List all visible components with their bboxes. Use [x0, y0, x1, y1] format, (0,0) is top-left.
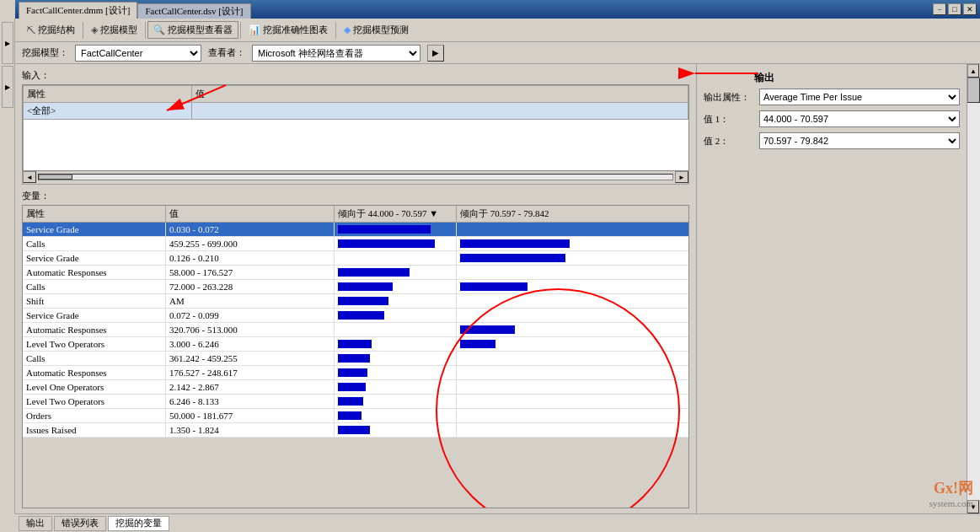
table-row[interactable]: Automatic Responses 320.706 - 513.000 [23, 323, 688, 337]
output-val1-select[interactable]: 44.000 - 70.597 [759, 110, 960, 127]
scroll-left-btn[interactable]: ◄ [23, 171, 36, 183]
table-row[interactable]: Calls 72.000 - 263.228 [23, 280, 688, 294]
row-bar1 [335, 237, 457, 250]
table-row[interactable]: Automatic Responses 176.527 - 248.617 [23, 366, 688, 380]
table-row[interactable]: Service Grade 0.126 - 0.210 [23, 251, 688, 266]
input-row-all[interactable]: <全部> [24, 103, 688, 120]
title-tab-1[interactable]: FactCallCenter.dmm [设计] [19, 2, 137, 19]
row-bar1 [335, 366, 457, 379]
title-bar: FactCallCenter.dmm [设计] FactCallCenter.d… [15, 0, 980, 19]
table-row[interactable]: Calls 459.255 - 699.000 [23, 237, 688, 251]
row-attr: Automatic Responses [23, 323, 166, 336]
output-val1-row: 值 1： 44.000 - 70.597 [704, 110, 960, 127]
left-content: 输入： [15, 64, 697, 513]
title-tab-2[interactable]: FactCallCenter.dsv [设计] [137, 3, 250, 19]
row-val: 72.000 - 263.228 [166, 280, 335, 293]
row-bar2 [457, 366, 688, 379]
row-bar2 [457, 337, 688, 351]
output-val1-label: 值 1： [704, 113, 754, 126]
row-bar1 [335, 380, 457, 394]
minimize-button[interactable]: − [933, 3, 946, 15]
row-bar2 [457, 395, 688, 408]
row-bar1 [335, 266, 457, 279]
row-val: 2.142 - 2.867 [166, 380, 335, 394]
row-attr: Service Grade [23, 251, 166, 265]
row-bar2 [457, 309, 688, 322]
right-vscrollbar[interactable]: ▲ ▼ [967, 64, 980, 513]
table-row[interactable]: Level Two Operators 3.000 - 6.246 [23, 337, 688, 352]
row-val: 0.072 - 0.099 [166, 309, 335, 322]
row-attr: Issues Raised [23, 423, 166, 437]
row-attr: Calls [23, 280, 166, 293]
row-bar2 [457, 323, 688, 336]
row-bar1 [335, 251, 457, 265]
status-tab-errors[interactable]: 错误列表 [54, 516, 106, 531]
output-header: 输出 [704, 71, 960, 85]
row-bar1 [335, 423, 457, 437]
row-bar2 [457, 352, 688, 365]
sidebar-item-1[interactable]: ▶ [2, 22, 13, 64]
scroll-thumb-h[interactable] [39, 175, 72, 180]
row-bar1 [335, 352, 457, 365]
row-bar1 [335, 409, 457, 422]
scroll-track-h[interactable] [38, 174, 673, 180]
row-bar1 [335, 395, 457, 408]
status-tab-variables[interactable]: 挖掘的变量 [108, 516, 169, 531]
model-select[interactable]: FactCallCenter [75, 45, 201, 62]
scroll-track-v[interactable] [967, 78, 980, 500]
row-val: AM [166, 294, 335, 308]
output-title: 输出 [754, 71, 774, 85]
scroll-right-btn[interactable]: ► [675, 171, 688, 183]
toolbar-sep-2 [145, 22, 146, 39]
table-row[interactable]: Calls 361.242 - 459.255 [23, 352, 688, 366]
viewer-extra-btn[interactable]: ▶ [427, 45, 444, 62]
table-row[interactable]: Shift AM [23, 294, 688, 309]
variables-table-header: 属性 值 倾向于 44.000 - 70.597 ▼ 倾向于 70.597 - … [23, 206, 688, 223]
row-val: 50.000 - 181.677 [166, 409, 335, 422]
input-table-container: 属性 值 <全部> [22, 84, 689, 171]
row-bar2 [457, 380, 688, 394]
viewer-select[interactable]: Microsoft 神经网络查看器 [252, 45, 420, 62]
input-col-val: 值 [192, 86, 688, 103]
output-attr-select[interactable]: Average Time Per Issue [759, 89, 960, 105]
input-title: 输入： [22, 69, 689, 82]
toolbar-btn-chart[interactable]: 📊 挖掘准确性图表 [243, 21, 334, 39]
toolbar-btn-model[interactable]: ◈ 挖掘模型 [85, 21, 143, 39]
toolbar: ⛏ 挖掘结构 ◈ 挖掘模型 🔍 挖掘模型查看器 📊 挖掘准确性图表 ◆ 挖掘模型… [15, 19, 980, 42]
input-hscrollbar[interactable]: ◄ ► [22, 171, 689, 185]
variables-section: 变量： 属性 值 倾向于 44.000 - 70.597 ▼ [15, 185, 696, 514]
status-bar: 输出 错误列表 挖掘的变量 [15, 513, 980, 532]
table-row[interactable]: Automatic Responses 58.000 - 176.527 [23, 266, 688, 280]
output-val2-select[interactable]: 70.597 - 79.842 [759, 132, 960, 149]
maximize-button[interactable]: □ [948, 3, 961, 15]
model-label: 挖掘模型： [22, 46, 68, 59]
watermark: Gx!网 system.com [929, 478, 973, 508]
status-tab-output[interactable]: 输出 [19, 516, 52, 531]
output-attr-label: 输出属性： [704, 91, 754, 104]
table-row[interactable]: Issues Raised 1.350 - 1.824 [23, 423, 688, 438]
scroll-thumb-v[interactable] [967, 78, 980, 103]
toolbar-btn-viewer[interactable]: 🔍 挖掘模型查看器 [147, 21, 238, 39]
right-panel: 输出 [697, 64, 967, 513]
toolbar-btn-predict[interactable]: ◆ 挖掘模型预测 [338, 21, 415, 39]
table-row[interactable]: Level One Operators 2.142 - 2.867 [23, 380, 688, 395]
close-button[interactable]: ✕ [963, 3, 977, 15]
row-bar2 [457, 251, 688, 265]
var-col-attr: 属性 [23, 206, 166, 222]
sidebar-item-2[interactable]: ▶ [2, 66, 13, 108]
scroll-up-btn[interactable]: ▲ [967, 64, 979, 78]
table-row[interactable]: Service Grade 0.072 - 0.099 [23, 309, 688, 323]
toolbar-sep-4 [335, 22, 336, 39]
row-bar2 [457, 223, 688, 236]
row-bar1 [335, 309, 457, 322]
variables-table-body: Service Grade 0.030 - 0.072 Calls 459.25… [23, 223, 688, 508]
var-col-bar1: 倾向于 44.000 - 70.597 ▼ [335, 206, 457, 222]
variables-table-container: 属性 值 倾向于 44.000 - 70.597 ▼ 倾向于 70.597 - … [22, 205, 689, 509]
input-section: 输入： [15, 64, 696, 185]
table-row[interactable]: Level Two Operators 6.246 - 8.133 [23, 395, 688, 409]
table-row[interactable]: Service Grade 0.030 - 0.072 [23, 223, 688, 237]
table-row[interactable]: Orders 50.000 - 181.677 [23, 409, 688, 423]
row-val: 459.255 - 699.000 [166, 237, 335, 250]
input-col-attr: 属性 [24, 86, 192, 103]
toolbar-btn-structure[interactable]: ⛏ 挖掘结构 [20, 21, 81, 39]
